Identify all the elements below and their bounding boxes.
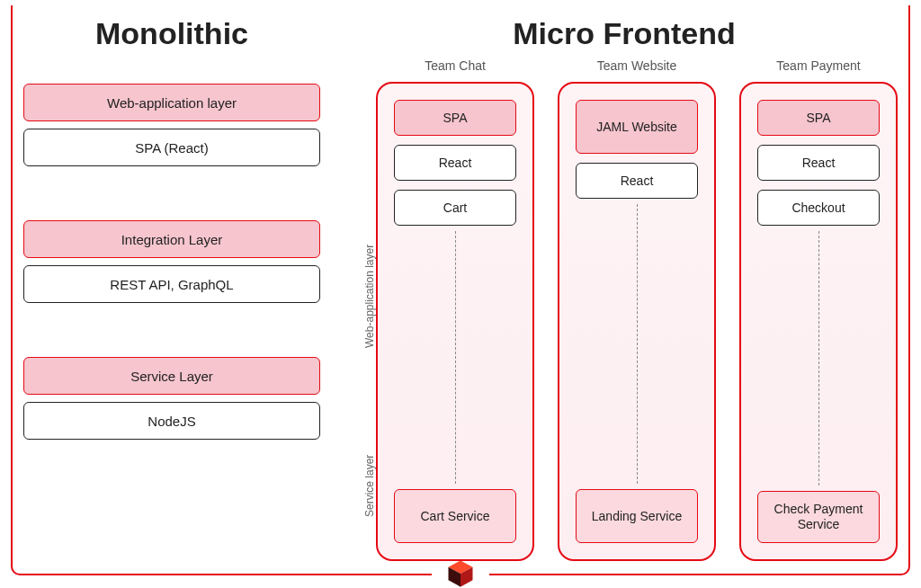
team-feature-box: Checkout — [757, 190, 880, 226]
mono-layer-tech: NodeJS — [23, 402, 320, 440]
team-feature-box: Cart — [394, 190, 516, 226]
connector-line — [637, 204, 638, 484]
diagram-content: Monolithic Web-application layer SPA (Re… — [23, 16, 898, 561]
team-title: Team Payment — [739, 58, 898, 73]
team-top-box: SPA — [757, 100, 880, 136]
team-chat: Team Chat SPA React Cart Cart Service — [376, 58, 534, 561]
mono-layer-label: Integration Layer — [23, 220, 320, 258]
team-card: SPA React Checkout Check Payment Service — [739, 82, 898, 561]
team-service-box: Cart Service — [394, 489, 516, 543]
side-label-web: Web-application layer — [363, 245, 376, 348]
team-service-box: Check Payment Service — [757, 491, 880, 543]
micro-frontend-title: Micro Frontend — [351, 16, 898, 51]
team-tech-box: React — [394, 145, 516, 181]
connector-line — [818, 231, 819, 486]
side-labels: Web-application layer Service layer — [351, 58, 376, 561]
team-card: JAML Website React Landing Service — [558, 82, 716, 561]
monolithic-group-integration: Integration Layer REST API, GraphQL — [23, 220, 320, 303]
side-label-service: Service layer — [363, 455, 376, 517]
team-top-box: SPA — [394, 100, 516, 136]
team-website: Team Website JAML Website React Landing … — [558, 58, 716, 561]
teams-row: Team Chat SPA React Cart Cart Service Te… — [376, 58, 898, 561]
monolithic-groups: Web-application layer SPA (React) Integr… — [23, 84, 320, 440]
mono-layer-tech: SPA (React) — [23, 129, 320, 166]
team-tech-box: React — [576, 163, 698, 199]
team-title: Team Website — [558, 58, 716, 73]
mono-layer-label: Service Layer — [23, 357, 320, 395]
monolithic-column: Monolithic Web-application layer SPA (Re… — [23, 16, 320, 561]
mono-layer-tech: REST API, GraphQL — [23, 265, 320, 303]
mono-layer-label: Web-application layer — [23, 84, 320, 121]
team-service-box: Landing Service — [576, 489, 698, 543]
team-title: Team Chat — [376, 58, 534, 73]
micro-body: Web-application layer Service layer Team… — [351, 58, 898, 561]
team-top-box: JAML Website — [576, 100, 698, 154]
monolithic-title: Monolithic — [23, 16, 320, 51]
team-tech-box: React — [757, 145, 880, 181]
micro-frontend-column: Micro Frontend Web-application layer Ser… — [351, 16, 898, 561]
team-card: SPA React Cart Cart Service — [376, 82, 534, 561]
monolithic-group-service: Service Layer NodeJS — [23, 357, 320, 440]
monolithic-group-web: Web-application layer SPA (React) — [23, 84, 320, 166]
connector-line — [455, 231, 456, 484]
cube-logo-icon — [444, 557, 477, 588]
team-payment: Team Payment SPA React Checkout Check Pa… — [739, 58, 898, 561]
